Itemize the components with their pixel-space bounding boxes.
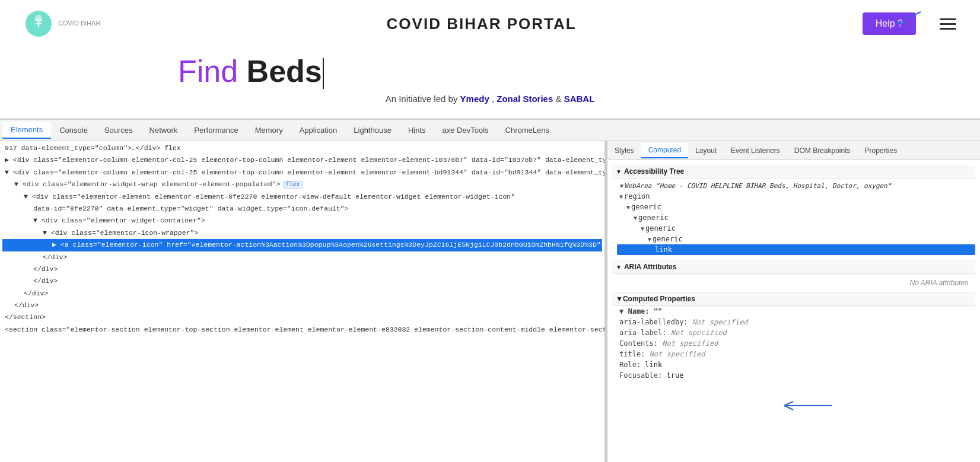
prop-value: link xyxy=(645,361,662,369)
tree-node-label: generic xyxy=(638,214,669,222)
devtools-tab-performance[interactable]: Performance xyxy=(186,122,246,138)
styles-tab-properties[interactable]: Properties xyxy=(858,144,905,158)
prop-name: Focusable: xyxy=(619,371,666,380)
dom-line[interactable]: ▼ <div class="elementor-widget-container… xyxy=(2,215,602,227)
expand-icon[interactable]: ▼ xyxy=(619,193,623,200)
computed-props-header[interactable]: ▼ Computed Properties xyxy=(612,292,975,306)
triangle-icon: ▼ xyxy=(616,168,622,175)
aria-header-label: ARIA Attributes xyxy=(624,263,676,271)
prop-value: Not specified xyxy=(671,329,727,337)
tree-node-label: link xyxy=(655,246,672,254)
devtools-tab-hints[interactable]: Hints xyxy=(400,122,434,138)
tree-webarea[interactable]: ▼ WebArea "Home - COVID HELPLINE BIHAR B… xyxy=(617,181,975,191)
styles-tab-event-listeners[interactable]: Event Listeners xyxy=(724,144,787,158)
dom-line[interactable]: </div> xyxy=(2,288,602,299)
dom-panel[interactable]: 917 data-element_type="column">…</div> f… xyxy=(0,141,605,462)
tree-node-generic[interactable]: ▼ generic xyxy=(617,202,975,212)
devtools-tab-elements[interactable]: Elements xyxy=(2,122,51,139)
svg-point-2 xyxy=(35,15,42,22)
devtools-tab-chromelens[interactable]: ChromeLens xyxy=(497,122,558,138)
computed-property: aria-label: Not specified xyxy=(612,327,975,338)
prop-value: Not specified xyxy=(650,350,705,358)
prop-name: aria-label: xyxy=(619,329,671,337)
devtools-tab-console[interactable]: Console xyxy=(51,122,96,138)
devtools-tabbar: ElementsConsoleSourcesNetworkPerformance… xyxy=(0,120,980,141)
dom-line[interactable]: ▼ <div class="elementor-widget-wrap elem… xyxy=(2,179,602,190)
dom-line[interactable]: </div> xyxy=(2,251,602,263)
devtools-tab-sources[interactable]: Sources xyxy=(96,122,141,138)
dom-line[interactable]: </div> xyxy=(2,299,602,311)
website-area: + COVID BIHAR COVID BIHAR PORTAL Help ? … xyxy=(0,0,980,119)
dom-line[interactable]: ▼ <div class="elementor-column elementor… xyxy=(2,167,602,179)
hamburger-menu[interactable] xyxy=(940,18,956,30)
computed-name-label: ▼ Name: "" xyxy=(619,307,662,316)
tree-node-region[interactable]: ▼ region xyxy=(617,191,975,202)
devtools-panel: ElementsConsoleSourcesNetworkPerformance… xyxy=(0,119,980,462)
ymedy-link[interactable]: Ymedy xyxy=(460,94,489,104)
dom-panel-inner: 917 data-element_type="column">…</div> f… xyxy=(0,141,604,337)
tree-node-label: region xyxy=(624,192,650,200)
prop-name: Role: xyxy=(619,361,645,369)
tree-node-generic[interactable]: ▼ generic xyxy=(617,234,975,244)
prop-value: Not specified xyxy=(692,318,748,326)
site-header: + COVID BIHAR COVID BIHAR PORTAL Help ? xyxy=(0,0,980,47)
devtools-tab-network[interactable]: Network xyxy=(141,122,186,138)
webarea-expand[interactable]: ▼ xyxy=(619,183,623,189)
logo-subtitle: COVID BIHAR xyxy=(58,20,101,27)
no-aria-text: No ARIA attributes xyxy=(612,274,975,292)
devtools-tab-axe-devtools[interactable]: axe DevTools xyxy=(434,122,497,138)
devtools-tab-memory[interactable]: Memory xyxy=(247,122,291,138)
tree-node-label: generic xyxy=(645,224,676,232)
tree-node-generic[interactable]: ▼ generic xyxy=(617,212,975,223)
dom-line[interactable]: ▶ <div class="elementor-column elementor… xyxy=(2,154,602,166)
sabal-link[interactable]: SABAL xyxy=(564,94,595,104)
expand-icon[interactable]: ▼ xyxy=(634,215,637,221)
prop-name: aria-labelledby: xyxy=(619,318,692,326)
dom-line[interactable]: 917 data-element_type="column">…</div> f… xyxy=(2,142,602,154)
devtools-tab-application[interactable]: Application xyxy=(291,122,346,138)
prop-name: title: xyxy=(619,350,650,358)
prop-value: true xyxy=(666,371,683,380)
find-beds-section: Find Beds xyxy=(0,47,980,89)
styles-tab-computed[interactable]: Computed xyxy=(641,143,688,158)
initiative-text: An Initiative led by Ymedy , Zonal Stori… xyxy=(0,89,980,109)
dom-line[interactable]: </div> xyxy=(2,275,602,287)
site-title: COVID BIHAR PORTAL xyxy=(387,15,577,33)
tree-node-link[interactable]: link xyxy=(617,244,975,255)
help-button[interactable]: Help ? xyxy=(863,12,916,35)
devtools-tab-lighthouse[interactable]: Lighthouse xyxy=(345,122,400,138)
text-cursor xyxy=(323,58,324,89)
computed-property: Contents: Not specified xyxy=(612,338,975,349)
webarea-label: WebArea "Home - COVID HELPLINE BIHAR Bed… xyxy=(624,182,891,190)
dom-line[interactable]: ▼ <div class="elementor-icon-wrapper"> xyxy=(2,227,602,239)
find-word: Find xyxy=(178,54,238,88)
beds-word: Beds xyxy=(247,54,322,88)
initiative-ampersand: & xyxy=(555,94,564,104)
computed-section: ▼ Computed Properties ▼ Name: "" aria-la… xyxy=(612,292,975,381)
aria-header[interactable]: ▼ ARIA Attributes xyxy=(612,260,975,274)
aria-triangle-icon: ▼ xyxy=(616,264,622,270)
computed-property: Role: link xyxy=(612,359,975,370)
accessibility-tree-content: ▼ WebArea "Home - COVID HELPLINE BIHAR B… xyxy=(612,179,975,257)
styles-tab-layout[interactable]: Layout xyxy=(688,144,724,158)
styles-panel: StylesComputedLayoutEvent ListenersDOM B… xyxy=(607,141,980,462)
dom-line[interactable]: ▶ <a class="elementor-icon" href="#eleme… xyxy=(2,239,602,251)
expand-icon[interactable]: ▼ xyxy=(648,236,651,243)
dom-line[interactable]: data-id="8fe2270" data-element_type="wid… xyxy=(2,203,602,215)
expand-icon[interactable]: ▼ xyxy=(641,225,644,232)
styles-tab-dom-breakpoints[interactable]: DOM Breakpoints xyxy=(787,144,858,158)
computed-header-label: Computed Properties xyxy=(623,295,695,303)
prop-name: Contents: xyxy=(619,339,662,348)
zonal-stories-link[interactable]: Zonal Stories xyxy=(497,94,553,104)
dom-line[interactable]: <section class="elementor-section elemen… xyxy=(2,324,602,336)
tree-node-generic[interactable]: ▼ generic xyxy=(617,223,975,234)
accessibility-tree-header[interactable]: ▼ Accessibility Tree xyxy=(612,165,975,179)
tree-node-label: generic xyxy=(631,203,661,211)
logo-icon: + xyxy=(24,9,53,39)
dom-line[interactable]: </section> xyxy=(2,311,602,323)
expand-icon[interactable]: ▼ xyxy=(626,204,630,211)
find-beds-title: Find Beds xyxy=(178,53,980,89)
dom-line[interactable]: </div> xyxy=(2,263,602,275)
styles-tab-styles[interactable]: Styles xyxy=(607,144,641,158)
dom-line[interactable]: ▼ <div class="elementor-element elemento… xyxy=(2,191,602,203)
